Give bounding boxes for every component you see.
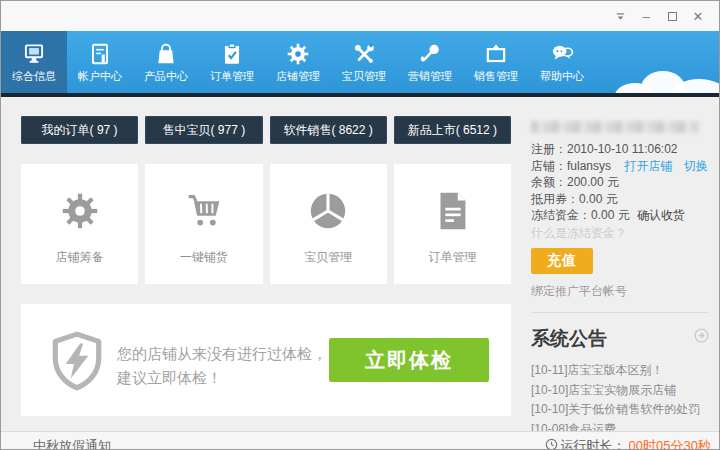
tab-product-center[interactable]: 产品中心 xyxy=(133,31,199,93)
gear-icon xyxy=(285,41,311,67)
tab-general-info[interactable]: 综合信息 xyxy=(1,31,67,93)
health-check-banner: 您的店铺从来没有进行过体检， 建议立即体检！ 立即体检 xyxy=(21,304,511,416)
voucher-row: 抵用券：0.00 元 xyxy=(531,191,711,208)
announcement-item[interactable]: [10-10]店宝宝实物展示店铺 xyxy=(531,381,711,401)
announcements-more-button[interactable] xyxy=(694,328,709,347)
tab-marketing-management[interactable]: 营销管理 xyxy=(397,31,463,93)
document-icon xyxy=(429,188,475,234)
title-bar: – ✕ xyxy=(1,1,719,31)
tab-account-center[interactable]: 帐户中心 xyxy=(67,31,133,93)
card-label: 宝贝管理 xyxy=(304,249,352,266)
close-icon: ✕ xyxy=(693,10,704,23)
balance-row: 余额：200.00 元 xyxy=(531,174,711,191)
stat-button-selling-items[interactable]: 售中宝贝( 977 ) xyxy=(145,116,262,144)
tab-label: 店铺管理 xyxy=(276,69,320,84)
tab-label: 产品中心 xyxy=(144,69,188,84)
stat-button-new-arrivals[interactable]: 新品上市( 6512 ) xyxy=(394,116,511,144)
card-label: 店铺筹备 xyxy=(56,249,104,266)
pie-chart-icon xyxy=(305,188,351,234)
card-one-click-stocking[interactable]: 一键铺货 xyxy=(145,164,262,284)
main-nav: 综合信息 帐户中心 产品中心 订单管理 xyxy=(1,31,719,97)
maximize-icon xyxy=(668,12,677,21)
main-content: 我的订单( 97 ) 售中宝贝( 977 ) 软件销售( 8622 ) 新品上市… xyxy=(1,101,719,431)
announcement-item[interactable]: [10-10]关于低价销售软件的处罚 xyxy=(531,400,711,420)
app-window: – ✕ 综合信息 帐户中心 xyxy=(0,0,720,450)
announcement-item[interactable]: [10-11]店宝宝版本区别！ xyxy=(531,361,711,381)
microphone-icon xyxy=(417,41,443,67)
cloud-decoration xyxy=(607,69,719,97)
card-item-management[interactable]: 宝贝管理 xyxy=(270,164,387,284)
card-label: 订单管理 xyxy=(428,249,476,266)
register-row: 注册：2010-10-10 11:06:02 xyxy=(531,141,711,158)
tab-label: 销售管理 xyxy=(474,69,518,84)
stat-button-my-orders[interactable]: 我的订单( 97 ) xyxy=(21,116,138,144)
skin-menu-button[interactable] xyxy=(607,5,633,27)
confirm-receipt-link[interactable]: 确认收货 xyxy=(637,208,685,222)
card-shop-preparation[interactable]: 店铺筹备 xyxy=(21,164,138,284)
card-label: 一键铺货 xyxy=(180,249,228,266)
clock-icon xyxy=(545,438,558,450)
account-panel: 注册：2010-10-10 11:06:02 店铺：fulansys 打开店铺 … xyxy=(531,101,711,439)
bind-promotion-account-link[interactable]: 绑定推广平台帐号 xyxy=(531,283,711,300)
shortcut-cards: 店铺筹备 一键铺货 xyxy=(21,164,511,284)
frozen-funds-row: 冻结资金：0.00 元 确认收货 xyxy=(531,207,711,224)
monitor-icon xyxy=(21,41,47,67)
tab-label: 宝贝管理 xyxy=(342,69,386,84)
tab-label: 帮助中心 xyxy=(540,69,584,84)
circle-arrow-icon xyxy=(694,328,709,343)
tab-label: 综合信息 xyxy=(12,69,56,84)
switch-shop-link[interactable]: 切换 xyxy=(684,159,708,173)
close-button[interactable]: ✕ xyxy=(685,5,711,27)
tab-label: 帐户中心 xyxy=(78,69,122,84)
tools-icon xyxy=(351,41,377,67)
announcements-title: 系统公告 xyxy=(531,326,607,352)
status-bar: 中秋放假通知 运行时长：00时05分30秒 xyxy=(1,431,719,449)
skin-arrow-icon xyxy=(615,11,626,22)
minimize-button[interactable]: – xyxy=(633,5,659,27)
invoice-icon xyxy=(87,41,113,67)
frozen-funds-help-link[interactable]: 什么是冻结资金？ xyxy=(531,225,711,242)
stat-button-software-sales[interactable]: 软件销售( 8622 ) xyxy=(270,116,387,144)
status-notice-link[interactable]: 中秋放假通知 xyxy=(33,437,111,449)
open-shop-link[interactable]: 打开店铺 xyxy=(624,159,672,173)
panel-divider xyxy=(531,312,709,313)
chat-icon xyxy=(549,41,575,67)
announcements-list: [10-11]店宝宝版本区别！ [10-10]店宝宝实物展示店铺 [10-10]… xyxy=(531,361,711,439)
tab-order-management[interactable]: 订单管理 xyxy=(199,31,265,93)
card-order-management[interactable]: 订单管理 xyxy=(394,164,511,284)
blurred-username xyxy=(531,121,699,133)
health-check-message: 您的店铺从来没有进行过体检， 建议立即体检！ xyxy=(117,342,327,390)
gear-icon xyxy=(57,188,103,234)
runtime-value: 00时05分30秒 xyxy=(629,437,711,450)
runtime-display: 运行时长：00时05分30秒 xyxy=(545,437,711,449)
recharge-button[interactable]: 充值 xyxy=(531,248,593,274)
tab-label: 营销管理 xyxy=(408,69,452,84)
tab-label: 订单管理 xyxy=(210,69,254,84)
tab-item-management[interactable]: 宝贝管理 xyxy=(331,31,397,93)
tab-shop-management[interactable]: 店铺管理 xyxy=(265,31,331,93)
clipboard-icon xyxy=(219,41,245,67)
tab-help-center[interactable]: 帮助中心 xyxy=(529,31,595,93)
cart-icon xyxy=(181,188,227,234)
check-now-button[interactable]: 立即体检 xyxy=(329,338,489,382)
shop-row: 店铺：fulansys 打开店铺 切换 xyxy=(531,158,711,175)
maximize-button[interactable] xyxy=(659,5,685,27)
runtime-label: 运行时长： xyxy=(561,437,626,450)
board-icon xyxy=(483,41,509,67)
minimize-icon: – xyxy=(642,10,649,23)
tab-sales-management[interactable]: 销售管理 xyxy=(463,31,529,93)
bag-icon xyxy=(153,41,179,67)
shield-lightning-icon xyxy=(47,330,107,392)
stats-row: 我的订单( 97 ) 售中宝贝( 977 ) 软件销售( 8622 ) 新品上市… xyxy=(21,116,511,144)
